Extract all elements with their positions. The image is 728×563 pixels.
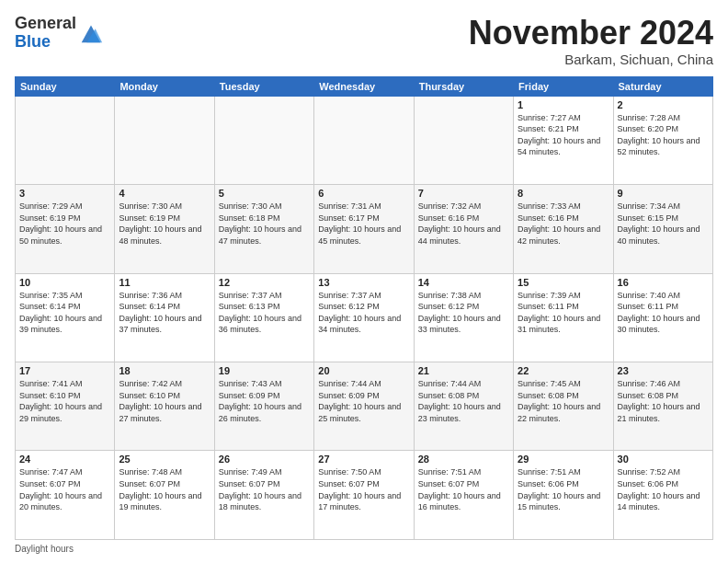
- calendar-cell: 16Sunrise: 7:40 AM Sunset: 6:11 PM Dayli…: [613, 273, 712, 362]
- calendar-cell: 12Sunrise: 7:37 AM Sunset: 6:13 PM Dayli…: [214, 273, 313, 362]
- calendar-cell: 29Sunrise: 7:51 AM Sunset: 6:06 PM Dayli…: [514, 451, 613, 540]
- calendar-cell: 22Sunrise: 7:45 AM Sunset: 6:08 PM Dayli…: [514, 362, 613, 451]
- calendar-cell: 14Sunrise: 7:38 AM Sunset: 6:12 PM Dayli…: [414, 273, 513, 362]
- day-info: Sunrise: 7:27 AM Sunset: 6:21 PM Dayligh…: [518, 112, 609, 158]
- day-number: 28: [418, 454, 509, 465]
- day-number: 15: [518, 277, 609, 288]
- calendar-cell: 13Sunrise: 7:37 AM Sunset: 6:12 PM Dayli…: [314, 273, 414, 362]
- day-number: 21: [418, 365, 509, 376]
- day-info: Sunrise: 7:29 AM Sunset: 6:19 PM Dayligh…: [19, 201, 110, 247]
- calendar-body: 1Sunrise: 7:27 AM Sunset: 6:21 PM Daylig…: [16, 96, 713, 539]
- logo: General Blue: [15, 15, 104, 52]
- calendar-day-header: Sunday: [16, 76, 115, 96]
- calendar-day-header: Tuesday: [214, 76, 313, 96]
- day-number: 10: [19, 277, 110, 288]
- day-number: 6: [318, 188, 409, 199]
- calendar-cell: 30Sunrise: 7:52 AM Sunset: 6:06 PM Dayli…: [613, 451, 712, 540]
- day-number: 11: [119, 277, 210, 288]
- calendar-cell: 19Sunrise: 7:43 AM Sunset: 6:09 PM Dayli…: [214, 362, 313, 451]
- day-number: 13: [318, 277, 409, 288]
- day-number: 20: [318, 365, 409, 376]
- day-info: Sunrise: 7:44 AM Sunset: 6:09 PM Dayligh…: [318, 378, 409, 424]
- day-number: 4: [119, 188, 210, 199]
- logo-icon: [78, 20, 104, 46]
- calendar-day-header: Thursday: [414, 76, 513, 96]
- day-info: Sunrise: 7:36 AM Sunset: 6:14 PM Dayligh…: [119, 290, 210, 336]
- logo-text: General Blue: [15, 15, 76, 52]
- day-info: Sunrise: 7:51 AM Sunset: 6:06 PM Dayligh…: [518, 466, 609, 512]
- calendar-cell: [16, 96, 115, 184]
- day-info: Sunrise: 7:37 AM Sunset: 6:13 PM Dayligh…: [219, 290, 310, 336]
- day-number: 17: [19, 365, 110, 376]
- calendar-cell: [414, 96, 513, 184]
- location: Barkam, Sichuan, China: [469, 52, 713, 67]
- day-info: Sunrise: 7:44 AM Sunset: 6:08 PM Dayligh…: [418, 378, 509, 424]
- day-number: 25: [119, 454, 210, 465]
- day-number: 26: [219, 454, 310, 465]
- calendar-day-header: Wednesday: [314, 76, 414, 96]
- day-info: Sunrise: 7:47 AM Sunset: 6:07 PM Dayligh…: [19, 466, 110, 512]
- calendar-week-row: 1Sunrise: 7:27 AM Sunset: 6:21 PM Daylig…: [16, 96, 713, 184]
- calendar-cell: 5Sunrise: 7:30 AM Sunset: 6:18 PM Daylig…: [214, 185, 313, 273]
- day-number: 30: [618, 454, 709, 465]
- calendar-cell: 11Sunrise: 7:36 AM Sunset: 6:14 PM Dayli…: [115, 273, 214, 362]
- day-number: 24: [19, 454, 110, 465]
- day-number: 22: [518, 365, 609, 376]
- day-number: 5: [219, 188, 310, 199]
- calendar-day-header: Monday: [115, 76, 214, 96]
- day-info: Sunrise: 7:48 AM Sunset: 6:07 PM Dayligh…: [119, 466, 210, 512]
- calendar-cell: 24Sunrise: 7:47 AM Sunset: 6:07 PM Dayli…: [16, 451, 115, 540]
- day-info: Sunrise: 7:38 AM Sunset: 6:12 PM Dayligh…: [418, 290, 509, 336]
- calendar-cell: 17Sunrise: 7:41 AM Sunset: 6:10 PM Dayli…: [16, 362, 115, 451]
- day-info: Sunrise: 7:41 AM Sunset: 6:10 PM Dayligh…: [19, 378, 110, 424]
- day-info: Sunrise: 7:42 AM Sunset: 6:10 PM Dayligh…: [119, 378, 210, 424]
- footer-note: Daylight hours: [15, 544, 713, 554]
- day-number: 23: [618, 365, 709, 376]
- calendar-cell: 23Sunrise: 7:46 AM Sunset: 6:08 PM Dayli…: [613, 362, 712, 451]
- day-info: Sunrise: 7:50 AM Sunset: 6:07 PM Dayligh…: [318, 466, 409, 512]
- calendar-cell: 27Sunrise: 7:50 AM Sunset: 6:07 PM Dayli…: [314, 451, 414, 540]
- day-info: Sunrise: 7:52 AM Sunset: 6:06 PM Dayligh…: [618, 466, 709, 512]
- calendar-cell: 10Sunrise: 7:35 AM Sunset: 6:14 PM Dayli…: [16, 273, 115, 362]
- calendar-table: SundayMondayTuesdayWednesdayThursdayFrid…: [15, 76, 713, 540]
- calendar-week-row: 10Sunrise: 7:35 AM Sunset: 6:14 PM Dayli…: [16, 273, 713, 362]
- calendar-cell: 21Sunrise: 7:44 AM Sunset: 6:08 PM Dayli…: [414, 362, 513, 451]
- calendar-cell: [314, 96, 414, 184]
- calendar-day-header: Friday: [514, 76, 613, 96]
- day-info: Sunrise: 7:49 AM Sunset: 6:07 PM Dayligh…: [219, 466, 310, 512]
- calendar-cell: 1Sunrise: 7:27 AM Sunset: 6:21 PM Daylig…: [514, 96, 613, 184]
- calendar-week-row: 17Sunrise: 7:41 AM Sunset: 6:10 PM Dayli…: [16, 362, 713, 451]
- day-info: Sunrise: 7:32 AM Sunset: 6:16 PM Dayligh…: [418, 201, 509, 247]
- day-info: Sunrise: 7:28 AM Sunset: 6:20 PM Dayligh…: [618, 112, 709, 158]
- calendar-cell: 28Sunrise: 7:51 AM Sunset: 6:07 PM Dayli…: [414, 451, 513, 540]
- day-number: 16: [618, 277, 709, 288]
- day-number: 18: [119, 365, 210, 376]
- day-info: Sunrise: 7:35 AM Sunset: 6:14 PM Dayligh…: [19, 290, 110, 336]
- calendar-cell: [214, 96, 313, 184]
- calendar-week-row: 24Sunrise: 7:47 AM Sunset: 6:07 PM Dayli…: [16, 451, 713, 540]
- calendar-cell: 9Sunrise: 7:34 AM Sunset: 6:15 PM Daylig…: [613, 185, 712, 273]
- calendar-cell: 8Sunrise: 7:33 AM Sunset: 6:16 PM Daylig…: [514, 185, 613, 273]
- calendar-cell: 15Sunrise: 7:39 AM Sunset: 6:11 PM Dayli…: [514, 273, 613, 362]
- calendar-cell: 25Sunrise: 7:48 AM Sunset: 6:07 PM Dayli…: [115, 451, 214, 540]
- calendar-cell: 20Sunrise: 7:44 AM Sunset: 6:09 PM Dayli…: [314, 362, 414, 451]
- calendar-cell: 7Sunrise: 7:32 AM Sunset: 6:16 PM Daylig…: [414, 185, 513, 273]
- title-block: November 2024 Barkam, Sichuan, China: [469, 15, 713, 67]
- month-title: November 2024: [469, 15, 713, 52]
- day-info: Sunrise: 7:31 AM Sunset: 6:17 PM Dayligh…: [318, 201, 409, 247]
- day-info: Sunrise: 7:30 AM Sunset: 6:19 PM Dayligh…: [119, 201, 210, 247]
- calendar-cell: 2Sunrise: 7:28 AM Sunset: 6:20 PM Daylig…: [613, 96, 712, 184]
- day-number: 29: [518, 454, 609, 465]
- day-info: Sunrise: 7:51 AM Sunset: 6:07 PM Dayligh…: [418, 466, 509, 512]
- day-number: 27: [318, 454, 409, 465]
- calendar-day-header: Saturday: [613, 76, 712, 96]
- calendar-cell: 6Sunrise: 7:31 AM Sunset: 6:17 PM Daylig…: [314, 185, 414, 273]
- day-number: 8: [518, 188, 609, 199]
- calendar-cell: 4Sunrise: 7:30 AM Sunset: 6:19 PM Daylig…: [115, 185, 214, 273]
- day-number: 2: [618, 99, 709, 110]
- calendar-week-row: 3Sunrise: 7:29 AM Sunset: 6:19 PM Daylig…: [16, 185, 713, 273]
- day-info: Sunrise: 7:43 AM Sunset: 6:09 PM Dayligh…: [219, 378, 310, 424]
- calendar-cell: 3Sunrise: 7:29 AM Sunset: 6:19 PM Daylig…: [16, 185, 115, 273]
- day-number: 19: [219, 365, 310, 376]
- calendar-header-row: SundayMondayTuesdayWednesdayThursdayFrid…: [16, 76, 713, 96]
